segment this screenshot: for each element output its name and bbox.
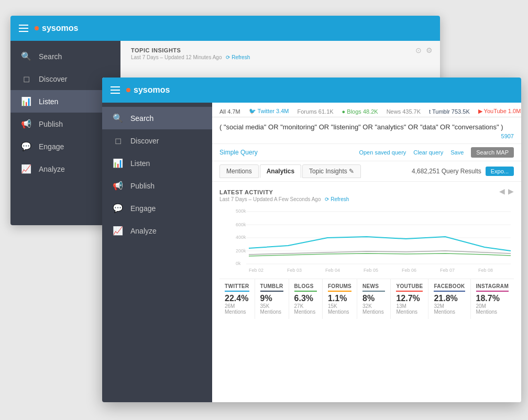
tab-topic-insights[interactable]: Topic Insights ✎ <box>302 164 361 178</box>
svg-text:400k: 400k <box>236 235 246 240</box>
gear-icon[interactable]: ⚙ <box>426 46 433 54</box>
clear-query-link[interactable]: Clear query <box>413 149 443 156</box>
result-tabs: Mentions Analytics Topic Insights ✎ 4,68… <box>212 161 521 182</box>
source-tab-news[interactable]: News 435.7K <box>386 106 422 117</box>
next-icon[interactable]: ▶ <box>508 187 514 195</box>
front-listen-icon: 📊 <box>113 158 123 168</box>
stat-mentions-tumblr: 35K Mentions <box>260 303 283 315</box>
front-sidebar-item-listen[interactable]: 📊 Listen <box>102 152 212 174</box>
source-tab-blogs[interactable]: ● Blogs 48.2K <box>341 106 379 117</box>
source-tab-twitter[interactable]: 🐦 Twitter 3.4M <box>248 106 290 117</box>
tab-analytics[interactable]: Analytics <box>260 164 301 178</box>
stat-percent-tumblr: 9% <box>260 294 283 303</box>
query-actions: Open saved query Clear query Save Search… <box>359 147 514 158</box>
engage-icon: 💬 <box>21 141 31 151</box>
logo: sysomos <box>35 24 78 33</box>
prev-icon[interactable]: ◀ <box>499 187 505 195</box>
export-button[interactable]: Expo... <box>486 167 514 176</box>
svg-text:0k: 0k <box>236 261 241 266</box>
activity-sub: Last 7 Days – Updated A Few Seconds Ago … <box>219 196 514 202</box>
sidebar-label-analyze: Analyze <box>39 165 65 173</box>
topic-insights-sub: Last 7 Days – Updated 12 Minutes Ago ⟳ R… <box>131 54 430 60</box>
stat-blogs: BLOGS 6.3% 27K Mentions <box>289 279 323 319</box>
refresh-link[interactable]: ⟳ Refresh <box>226 54 250 60</box>
front-sidebar-item-search[interactable]: 🔍 Search <box>102 107 212 129</box>
front-sidebar-label-publish: Publish <box>130 182 155 190</box>
stat-news: NEWS 8% 32K Mentions <box>357 279 391 319</box>
results-count-text: 4,682,251 Query Results <box>412 168 481 175</box>
simple-query-link[interactable]: Simple Query <box>219 149 258 156</box>
stat-percent-youtube: 12.7% <box>396 294 423 303</box>
query-results-count: 4,682,251 Query Results Expo... <box>412 167 514 176</box>
menu-icon[interactable] <box>19 25 28 32</box>
sidebar-label-search: Search <box>39 52 62 61</box>
stat-mentions-instagram: 20M Mentions <box>476 303 509 315</box>
publish-icon: 📢 <box>21 119 31 129</box>
stat-percent-instagram: 18.7% <box>476 294 509 303</box>
search-map-button[interactable]: Search MAP <box>471 147 514 158</box>
stat-platform-tumblr: TUMBLR <box>260 283 283 292</box>
front-sidebar-label-analyze: Analyze <box>130 227 157 235</box>
analyze-icon: 📈 <box>21 164 31 174</box>
activity-title: LATEST ACTIVITY <box>219 189 273 195</box>
front-sidebar-item-analyze[interactable]: 📈 Analyze <box>102 219 212 242</box>
toggle-icon[interactable]: ⊙ <box>415 46 422 54</box>
activity-header: LATEST ACTIVITY ◀ ▶ Last 7 Days – Update… <box>219 187 514 202</box>
svg-text:Feb 07: Feb 07 <box>440 268 455 273</box>
stat-mentions-forums: 15K Mentions <box>328 303 351 315</box>
stat-instagram: INSTAGRAM 18.7% 20M Mentions <box>471 279 514 319</box>
stat-percent-forums: 1.1% <box>328 294 351 303</box>
stat-platform-news: NEWS <box>362 283 385 292</box>
front-menu-icon[interactable] <box>111 86 120 94</box>
stat-tumblr: TUMBLR 9% 35K Mentions <box>255 279 289 319</box>
logo-dot <box>35 26 39 30</box>
stat-mentions-twitter: 26M Mentions <box>225 303 249 315</box>
front-sidebar-label-discover: Discover <box>130 137 159 145</box>
sidebar-label-listen: Listen <box>39 97 58 106</box>
front-window: sysomos 🔍 Search ◻ Discover 📊 Listen 📢 P… <box>102 78 521 402</box>
front-discover-icon: ◻ <box>113 136 123 146</box>
stat-platform-youtube: YOUTUBE <box>396 283 423 292</box>
activity-section: LATEST ACTIVITY ◀ ▶ Last 7 Days – Update… <box>212 182 521 402</box>
svg-text:Feb 03: Feb 03 <box>287 268 302 273</box>
source-tab-tumblr[interactable]: t Tumblr 753.5K <box>428 106 471 117</box>
svg-text:Feb 08: Feb 08 <box>478 268 493 273</box>
front-sidebar-label-listen: Listen <box>130 159 150 168</box>
svg-text:Feb 04: Feb 04 <box>325 268 340 273</box>
activity-refresh[interactable]: ⟳ Refresh <box>325 196 349 202</box>
logo-text: sysomos <box>42 24 78 33</box>
line-chart-container: 500k 600k 400k 200k 0k <box>219 206 514 274</box>
open-saved-link[interactable]: Open saved query <box>359 149 406 156</box>
back-topbar: sysomos <box>10 16 440 41</box>
stat-percent-news: 8% <box>362 294 385 303</box>
front-main: All 4.7M 🐦 Twitter 3.4M Forums 61.1K ● B… <box>212 103 521 402</box>
discover-icon: ◻ <box>21 74 31 84</box>
source-tab-all[interactable]: All 4.7M <box>218 106 241 117</box>
svg-text:500k: 500k <box>236 208 246 214</box>
stat-percent-facebook: 21.8% <box>434 294 465 303</box>
front-sidebar-item-engage[interactable]: 💬 Engage <box>102 197 212 219</box>
stat-forums: FORUMS 1.1% 15K Mentions <box>323 279 357 319</box>
sidebar-label-publish: Publish <box>39 120 63 128</box>
sidebar-label-discover: Discover <box>39 75 67 83</box>
tab-mentions[interactable]: Mentions <box>219 164 259 178</box>
stat-mentions-youtube: 13M Mentions <box>396 303 423 315</box>
sidebar-item-search[interactable]: 🔍 Search <box>10 45 120 68</box>
front-sidebar-label-search: Search <box>130 114 153 123</box>
front-sidebar-item-publish[interactable]: 📢 Publish <box>102 174 212 197</box>
query-bar: ( "social media" OR "monitoring" OR "lis… <box>212 117 521 144</box>
source-tab-youtube[interactable]: ▶ YouTube 1.0M <box>477 106 521 117</box>
save-link[interactable]: Save <box>450 149 464 156</box>
front-publish-icon: 📢 <box>113 181 123 191</box>
stat-percent-blogs: 6.3% <box>294 294 317 303</box>
topic-insights-title: TOPIC INSIGHTS <box>131 47 430 53</box>
topic-controls: ⊙ ⚙ <box>415 46 433 54</box>
front-sidebar-item-discover[interactable]: ◻ Discover <box>102 129 212 152</box>
front-content: 🔍 Search ◻ Discover 📊 Listen 📢 Publish 💬… <box>102 103 521 402</box>
front-sidebar-label-engage: Engage <box>130 204 156 213</box>
query-count: 5907 <box>219 133 514 139</box>
search-icon: 🔍 <box>21 51 31 61</box>
topic-insights-header: TOPIC INSIGHTS Last 7 Days – Updated 12 … <box>120 41 440 63</box>
source-tab-forums[interactable]: Forums 61.1K <box>296 106 335 117</box>
query-toolbar: Simple Query Open saved query Clear quer… <box>212 144 521 161</box>
